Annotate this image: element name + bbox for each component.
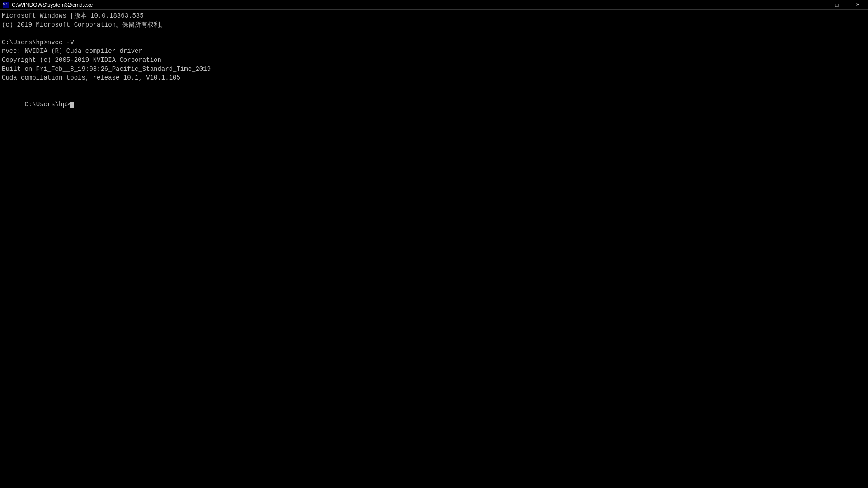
terminal-line-empty	[2, 83, 866, 92]
maximize-button[interactable]: □	[826, 0, 847, 10]
terminal-line: Built on Fri_Feb__8_19:08:26_Pacific_Sta…	[2, 65, 866, 74]
titlebar-controls: − □ ✕	[806, 0, 868, 9]
terminal-line: Copyright (c) 2005-2019 NVIDIA Corporati…	[2, 56, 866, 65]
titlebar: C:\WINDOWS\system32\cmd.exe − □ ✕	[0, 0, 868, 10]
terminal-prompt: C:\Users\hp>	[24, 101, 70, 108]
terminal-prompt-line: C:\Users\hp>	[2, 91, 866, 118]
close-button[interactable]: ✕	[847, 0, 868, 10]
terminal-line: Cuda compilation tools, release 10.1, V1…	[2, 74, 866, 83]
cmd-window: C:\WINDOWS\system32\cmd.exe − □ ✕ Micros…	[0, 0, 868, 488]
terminal-body[interactable]: Microsoft Windows [版本 10.0.18363.535] (c…	[0, 10, 868, 488]
titlebar-title: C:\WINDOWS\system32\cmd.exe	[12, 2, 93, 8]
terminal-line: C:\Users\hp>nvcc -V	[2, 38, 866, 47]
terminal-line: Microsoft Windows [版本 10.0.18363.535]	[2, 12, 866, 21]
titlebar-left: C:\WINDOWS\system32\cmd.exe	[0, 2, 93, 8]
minimize-button[interactable]: −	[806, 0, 826, 10]
cmd-app-icon	[3, 2, 9, 8]
terminal-line: (c) 2019 Microsoft Corporation。保留所有权利。	[2, 21, 866, 30]
terminal-cursor	[70, 102, 74, 108]
terminal-line-empty	[2, 29, 866, 38]
terminal-line: nvcc: NVIDIA (R) Cuda compiler driver	[2, 47, 866, 56]
